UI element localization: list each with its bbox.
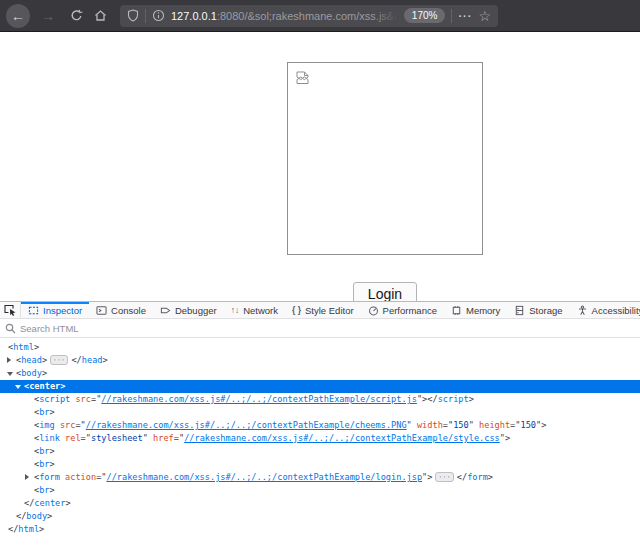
home-button[interactable] xyxy=(88,4,112,28)
search-icon xyxy=(5,323,16,334)
tab-network[interactable]: ↑↓Network xyxy=(224,302,285,318)
accessibility-icon xyxy=(577,305,588,316)
attribute-name: src xyxy=(75,394,91,404)
markup-row[interactable]: <body> xyxy=(0,367,640,380)
punctuation: =" xyxy=(75,420,85,430)
markup-row[interactable]: <script src="//rakeshmane.com/xss.js#/..… xyxy=(0,393,640,406)
punctuation: > xyxy=(60,381,65,391)
markup-row[interactable]: <link rel="stylesheet" href="//rakeshman… xyxy=(0,432,640,445)
expand-arrow-icon[interactable] xyxy=(7,357,11,363)
tab-debugger[interactable]: Debugger xyxy=(153,302,224,318)
site-info-icon[interactable] xyxy=(152,9,165,22)
performance-icon xyxy=(368,305,379,316)
punctuation: > xyxy=(50,485,55,495)
reload-button[interactable] xyxy=(64,4,88,28)
login-button[interactable]: Login xyxy=(353,282,417,301)
network-icon: ↑↓ xyxy=(231,305,240,315)
tab-console[interactable]: Console xyxy=(89,302,153,318)
ellipsis-badge[interactable]: ··· xyxy=(435,472,453,482)
tag-name: br xyxy=(39,446,49,456)
tab-accessibility[interactable]: Accessibility xyxy=(570,302,640,318)
punctuation: =" xyxy=(91,394,101,404)
markup-row[interactable]: <center> xyxy=(0,380,640,393)
markup-row[interactable]: <br> xyxy=(0,406,640,419)
markup-row[interactable]: <html> xyxy=(0,341,640,354)
page-content: Login xyxy=(0,32,640,301)
punctuation: " xyxy=(143,433,153,443)
markup-tree: <html><head>···</head><body><center><scr… xyxy=(0,338,640,536)
forward-button[interactable]: → xyxy=(36,4,60,28)
punctuation: </ xyxy=(71,355,81,365)
punctuation: " xyxy=(469,420,479,430)
storage-icon xyxy=(514,305,525,316)
attribute-name: width xyxy=(417,420,443,430)
broken-image-placeholder xyxy=(287,62,483,255)
attribute-link[interactable]: //rakeshmane.com/xss.js#/..;/..;/context… xyxy=(86,420,407,430)
tab-label: Accessibility xyxy=(592,305,640,316)
zoom-level-badge[interactable]: 170% xyxy=(404,8,446,23)
markup-row[interactable]: <br> xyxy=(0,445,640,458)
markup-row[interactable]: </html> xyxy=(0,523,640,536)
punctuation: > xyxy=(488,472,493,482)
expand-arrow-icon[interactable] xyxy=(25,474,29,480)
tab-storage[interactable]: Storage xyxy=(507,302,569,318)
punctuation: =" xyxy=(510,420,520,430)
tag-name: body xyxy=(21,368,42,378)
markup-row[interactable]: <head>···</head> xyxy=(0,354,640,367)
attribute-name: height xyxy=(479,420,510,430)
markup-row[interactable]: </center> xyxy=(0,497,640,510)
punctuation: > xyxy=(39,524,44,534)
tag-name: center xyxy=(29,381,60,391)
tab-inspector[interactable]: Inspector xyxy=(21,302,89,318)
urlbar-divider xyxy=(145,9,146,23)
tab-label: Style Editor xyxy=(305,305,354,316)
devtools-panel: InspectorConsoleDebugger↑↓Network{ }Styl… xyxy=(0,301,640,558)
markup-row[interactable]: <br> xyxy=(0,458,640,471)
tab-label: Performance xyxy=(383,305,437,316)
tag-name: body xyxy=(26,511,47,521)
tab-performance[interactable]: Performance xyxy=(361,302,444,318)
memory-icon xyxy=(451,305,462,316)
attribute-link[interactable]: //rakeshmane.com/xss.js#/..;/..;/context… xyxy=(106,472,422,482)
tab-label: Inspector xyxy=(43,305,82,316)
attribute-link[interactable]: //rakeshmane.com/xss.js#/..;/..;/context… xyxy=(184,433,500,443)
tag-name: img xyxy=(39,420,55,430)
tag-name: br xyxy=(39,459,49,469)
punctuation: > xyxy=(50,407,55,417)
tab-style-editor[interactable]: { }Style Editor xyxy=(285,302,361,318)
collapse-arrow-icon[interactable] xyxy=(15,385,21,389)
back-button[interactable]: ← xyxy=(6,4,30,28)
markup-row[interactable]: <img src="//rakeshmane.com/xss.js#/..;/.… xyxy=(0,419,640,432)
page-actions-icon[interactable]: ··· xyxy=(458,10,472,22)
node-picker-button[interactable] xyxy=(0,302,21,318)
forward-icon: → xyxy=(41,8,55,24)
tag-name: center xyxy=(34,498,65,508)
firefox-window: ← → 127.0.0.1:8080/&sol;rakeshmane.com/ xyxy=(0,0,640,558)
tag-name: form xyxy=(39,472,60,482)
punctuation: " xyxy=(407,420,417,430)
punctuation: =" xyxy=(81,433,91,443)
back-icon: ← xyxy=(11,8,25,24)
url-bar[interactable]: 127.0.0.1:8080/&sol;rakeshmane.com/xss.j… xyxy=(120,5,498,27)
bookmark-star-icon[interactable]: ☆ xyxy=(478,9,491,23)
shield-icon[interactable] xyxy=(127,9,139,22)
punctuation: =" xyxy=(443,420,453,430)
tab-label: Console xyxy=(111,305,146,316)
punctuation: </ xyxy=(24,498,34,508)
markup-row[interactable]: <form action="//rakeshmane.com/xss.js#/.… xyxy=(0,471,640,484)
attribute-link[interactable]: //rakeshmane.com/xss.js#/..;/..;/context… xyxy=(101,394,417,404)
search-input[interactable] xyxy=(20,323,635,334)
attribute-value: 150 xyxy=(520,420,536,430)
collapse-arrow-icon[interactable] xyxy=(7,372,13,376)
tag-name: br xyxy=(39,407,49,417)
markup-row[interactable]: </body> xyxy=(0,510,640,523)
punctuation: =" xyxy=(96,472,106,482)
punctuation: "> xyxy=(417,394,427,404)
punctuation: </ xyxy=(457,472,467,482)
markup-row[interactable]: <br> xyxy=(0,484,640,497)
tag-name: head xyxy=(21,355,42,365)
tab-memory[interactable]: Memory xyxy=(444,302,507,318)
ellipsis-badge[interactable]: ··· xyxy=(50,355,68,365)
punctuation: </ xyxy=(8,524,18,534)
url-text[interactable]: 127.0.0.1:8080/&sol;rakeshmane.com/xss.j… xyxy=(171,10,398,22)
